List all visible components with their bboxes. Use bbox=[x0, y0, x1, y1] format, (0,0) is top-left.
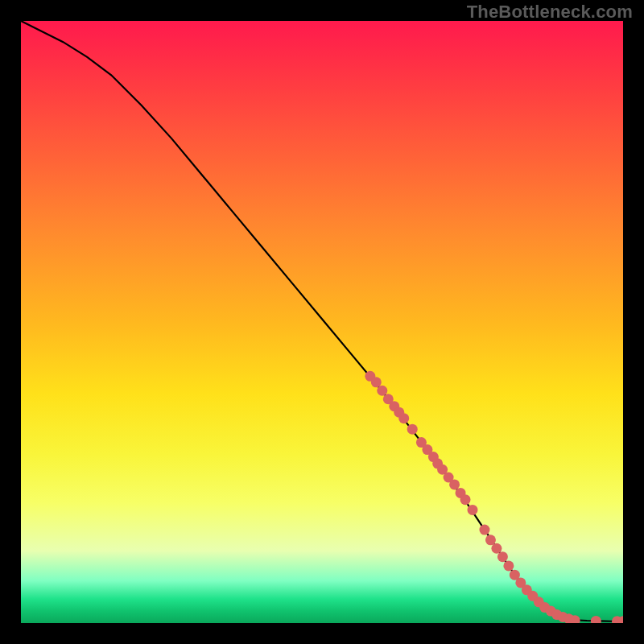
data-marker bbox=[449, 479, 460, 489]
data-marker bbox=[591, 616, 601, 623]
chart-frame: TheBottleneck.com bbox=[0, 0, 644, 644]
data-marker bbox=[377, 386, 387, 396]
data-marker bbox=[503, 560, 514, 571]
data-marker bbox=[468, 505, 478, 515]
watermark-text: TheBottleneck.com bbox=[467, 2, 633, 23]
data-marker bbox=[485, 535, 496, 545]
data-marker bbox=[479, 525, 489, 535]
data-marker bbox=[460, 494, 471, 505]
data-marker bbox=[407, 424, 418, 435]
data-marker bbox=[398, 413, 409, 423]
chart-svg bbox=[21, 21, 623, 623]
data-marker bbox=[497, 551, 508, 562]
curve-line bbox=[21, 21, 623, 621]
marker-group bbox=[365, 371, 623, 623]
data-marker bbox=[491, 543, 502, 554]
data-marker bbox=[371, 377, 382, 387]
plot-area bbox=[21, 21, 623, 623]
